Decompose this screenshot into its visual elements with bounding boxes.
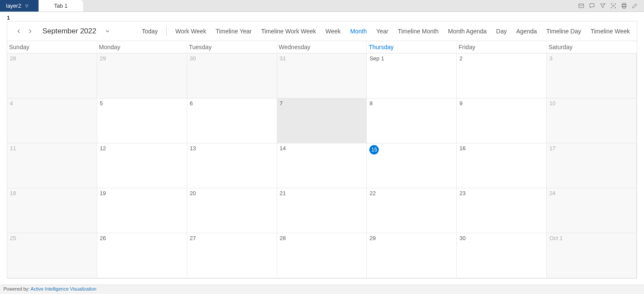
date-number: 31: [280, 55, 286, 62]
day-header-friday: Friday: [457, 41, 547, 53]
calendar-cell[interactable]: 25: [7, 233, 97, 278]
day-header-saturday: Saturday: [547, 41, 637, 53]
calendar-cell[interactable]: 29: [97, 53, 187, 98]
date-number: 27: [190, 235, 196, 241]
capture-icon[interactable]: [610, 3, 617, 9]
document-tab-label: Tab 1: [54, 3, 68, 9]
calendar-cell[interactable]: 18: [7, 188, 97, 233]
calendar-cell[interactable]: Oct 1: [547, 233, 637, 278]
calendar-cell[interactable]: 26: [97, 233, 187, 278]
calendar-grid: 28293031Sep 1234567891011121314151617181…: [7, 53, 637, 278]
layer-dropdown[interactable]: layer2 ▽: [0, 0, 39, 12]
calendar-cell[interactable]: 30: [457, 233, 547, 278]
mail-icon[interactable]: [578, 3, 584, 9]
date-number: 12: [100, 145, 106, 151]
calendar-cell[interactable]: Sep 1: [367, 53, 457, 98]
date-number: 9: [459, 100, 462, 107]
filter-clear-icon[interactable]: [599, 3, 606, 9]
date-number: 6: [190, 100, 193, 107]
view-timeline-day[interactable]: Timeline Day: [545, 26, 582, 36]
view-timeline-year[interactable]: Timeline Year: [215, 26, 252, 36]
view-timeline-month[interactable]: Timeline Month: [397, 26, 439, 36]
calendar-cell[interactable]: 22: [367, 188, 457, 233]
date-number: 28: [280, 235, 286, 241]
date-number: 23: [459, 190, 465, 196]
date-number: 28: [10, 55, 16, 62]
comment-icon[interactable]: [589, 3, 595, 9]
date-number: 11: [10, 145, 16, 151]
chevron-down-icon: ▽: [25, 4, 28, 8]
calendar-cell[interactable]: 3: [547, 53, 637, 98]
view-year[interactable]: Year: [375, 26, 389, 36]
calendar-cell[interactable]: 24: [547, 188, 637, 233]
view-month[interactable]: Month: [349, 26, 368, 36]
calendar-cell[interactable]: 27: [187, 233, 277, 278]
day-header-tuesday: Tuesday: [187, 41, 277, 53]
date-number: 24: [549, 190, 555, 196]
view-day[interactable]: Day: [495, 26, 508, 36]
today-marker: 15: [369, 145, 379, 154]
calendar-cell[interactable]: 12: [97, 143, 187, 188]
view-week[interactable]: Week: [325, 26, 342, 36]
calendar-cell[interactable]: 19: [97, 188, 187, 233]
footer-link[interactable]: Active Intelligence Visualization: [31, 286, 96, 291]
calendar-cell[interactable]: 6: [187, 98, 277, 143]
calendar-toolbar: September 2022 Today Work WeekTimeline Y…: [7, 21, 637, 41]
svg-rect-0: [579, 4, 584, 8]
view-agenda[interactable]: Agenda: [515, 26, 538, 36]
calendar-cell[interactable]: 11: [7, 143, 97, 188]
layer-label: layer2: [6, 3, 21, 9]
calendar-cell[interactable]: 28: [277, 233, 367, 278]
top-tab-bar: layer2 ▽ Tab 1: [0, 0, 644, 12]
calendar-cell[interactable]: 16: [457, 143, 547, 188]
calendar-title-dropdown[interactable]: [102, 25, 114, 37]
date-number: 29: [100, 55, 106, 62]
date-number: 17: [549, 145, 555, 151]
date-number: 21: [280, 190, 286, 196]
calendar-cell[interactable]: 8: [367, 98, 457, 143]
calendar-cell[interactable]: 10: [547, 98, 637, 143]
view-work-week[interactable]: Work Week: [174, 26, 207, 36]
calendar-cell[interactable]: 2: [457, 53, 547, 98]
calendar-cell[interactable]: 13: [187, 143, 277, 188]
calendar: September 2022 Today Work WeekTimeline Y…: [7, 21, 637, 279]
calendar-cell[interactable]: 31: [277, 53, 367, 98]
date-number: 20: [190, 190, 196, 196]
calendar-cell[interactable]: 4: [7, 98, 97, 143]
calendar-cell[interactable]: 29: [367, 233, 457, 278]
date-number: Oct 1: [549, 235, 563, 241]
day-header-monday: Monday: [97, 41, 187, 53]
date-number: Sep 1: [369, 55, 384, 62]
print-icon[interactable]: [621, 3, 627, 9]
calendar-cell[interactable]: 5: [97, 98, 187, 143]
date-number: 4: [10, 100, 13, 107]
day-header-wednesday: Wednesday: [277, 41, 367, 53]
date-number: 13: [190, 145, 196, 151]
calendar-cell[interactable]: 7: [277, 98, 367, 143]
view-month-agenda[interactable]: Month Agenda: [447, 26, 488, 36]
date-number: 22: [369, 190, 375, 196]
calendar-cell[interactable]: 20: [187, 188, 277, 233]
calendar-title[interactable]: September 2022: [42, 27, 96, 36]
prev-button[interactable]: [13, 26, 24, 37]
calendar-cell[interactable]: 9: [457, 98, 547, 143]
footer: Powered by: Active Intelligence Visualiz…: [0, 285, 644, 294]
toolbar-icons: [578, 0, 644, 12]
edit-icon[interactable]: [632, 3, 638, 9]
calendar-cell[interactable]: 23: [457, 188, 547, 233]
calendar-cell[interactable]: 15: [367, 143, 457, 188]
today-button[interactable]: Today: [141, 26, 159, 36]
date-number: 5: [100, 100, 103, 107]
next-button[interactable]: [24, 26, 36, 37]
view-timeline-work-week[interactable]: Timeline Work Week: [260, 26, 317, 36]
calendar-cell[interactable]: 21: [277, 188, 367, 233]
day-headers: SundayMondayTuesdayWednesdayThursdayFrid…: [7, 41, 637, 53]
calendar-cell[interactable]: 14: [277, 143, 367, 188]
calendar-cell[interactable]: 28: [7, 53, 97, 98]
view-timeline-week[interactable]: Timeline Week: [590, 26, 631, 36]
calendar-cell[interactable]: 17: [547, 143, 637, 188]
day-header-sunday: Sunday: [7, 41, 97, 53]
calendar-cell[interactable]: 30: [187, 53, 277, 98]
svg-rect-2: [623, 3, 626, 5]
document-tab[interactable]: Tab 1: [39, 0, 83, 12]
